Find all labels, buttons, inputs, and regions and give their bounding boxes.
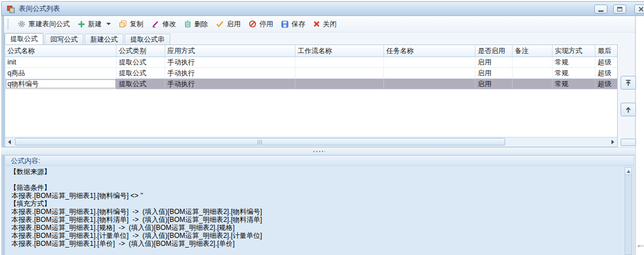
column-header-apply-mode[interactable]: 应用方式	[165, 45, 295, 56]
window-form-icon	[7, 5, 15, 13]
save-label: 保存	[291, 19, 305, 29]
trash-icon	[184, 20, 191, 28]
copy-button[interactable]: 复制	[115, 18, 147, 31]
save-button[interactable]: 保存	[277, 18, 309, 31]
move-down-icon	[625, 139, 632, 146]
formula-line: 本报表.[BOM运算_明细表1].[计量单位] -> (填入值)[BOM运算_明…	[10, 232, 634, 240]
table-cell: 超级	[595, 68, 617, 78]
toolbar: 重建表间公式 新建 复制 修改 删除	[4, 16, 635, 33]
column-header-task-name[interactable]: 任务名称	[384, 45, 475, 56]
column-header-formula-name[interactable]: 公式名称	[5, 45, 117, 56]
column-header-formula-type[interactable]: 公式类别	[117, 45, 165, 56]
window-title: 表间公式列表	[19, 2, 60, 16]
scroll-up-button[interactable]	[625, 168, 631, 175]
window-right-edge	[635, 16, 636, 255]
table-cell: q商品	[5, 68, 117, 78]
enable-button[interactable]: 启用	[212, 18, 245, 31]
table-cell: init	[5, 57, 117, 67]
copy-icon	[119, 20, 127, 28]
move-to-top-icon	[625, 79, 632, 87]
table-row-selected[interactable]: q物料编号 提取公式 手动执行 启用 常规 超级	[5, 79, 617, 90]
formula-line: 本报表.[BOM运算_明细表1].[规格] -> (填入值)[BOM运算_明细表…	[10, 224, 634, 232]
formula-line: 本报表.[BOM运算_明细表1].[物料清单] -> (填入值)[BOM运算_明…	[10, 216, 634, 224]
column-header-remark[interactable]: 备注	[513, 45, 553, 56]
focused-cell[interactable]: q物料编号	[5, 79, 117, 89]
delete-label: 删除	[194, 19, 208, 29]
move-up-button[interactable]	[621, 103, 636, 116]
table-cell: 超级	[595, 57, 617, 67]
save-icon	[281, 21, 289, 28]
copy-label: 复制	[130, 19, 143, 29]
formula-line: 【数据来源】	[10, 168, 634, 176]
disable-label: 停用	[259, 19, 273, 29]
toolbar-grip[interactable]	[7, 19, 10, 29]
table-row[interactable]: init 提取公式 手动执行 启用 常规 超级	[5, 57, 617, 68]
formula-table: 公式名称 公式类别 应用方式 工作流名称 任务名称 是否启用 备注 实现方式 最…	[5, 44, 618, 147]
table-cell	[513, 79, 553, 89]
new-label: 新建	[88, 19, 102, 29]
formula-content-header: 公式内容:	[5, 155, 634, 166]
table-cell: 常规	[553, 79, 595, 89]
close-x-icon	[313, 21, 320, 27]
table-cell: 手动执行	[165, 79, 295, 89]
disable-button[interactable]: 停用	[245, 18, 277, 31]
table-cell	[295, 79, 384, 89]
move-down-button[interactable]	[621, 139, 636, 146]
horizontal-scrollbar[interactable]	[5, 137, 617, 147]
column-header-impl-mode[interactable]: 实现方式	[553, 45, 595, 56]
maximize-button[interactable]	[613, 5, 626, 14]
formula-content-area: 【数据来源】 【筛选条件】 本报表.[BOM运算_明细表1].[物料编号] <>…	[5, 166, 634, 255]
table-cell: 手动执行	[165, 57, 295, 67]
table-cell: 提取公式	[117, 79, 165, 89]
table-cell: 启用	[475, 57, 513, 67]
delete-button[interactable]: 删除	[180, 18, 212, 31]
scroll-right-icon[interactable]	[611, 140, 614, 144]
move-up-icon	[625, 106, 632, 114]
vertical-scrollbar[interactable]	[625, 167, 632, 255]
maximize-restore-icon	[617, 7, 622, 11]
close-button[interactable]	[634, 5, 644, 14]
modify-label: 修改	[162, 19, 176, 29]
move-to-top-button[interactable]	[621, 76, 636, 90]
tab-extract-formula[interactable]: 提取公式	[5, 33, 43, 44]
table-cell: 常规	[553, 57, 595, 67]
chevron-down-icon[interactable]	[106, 23, 111, 25]
table-cell: 超级	[595, 79, 617, 89]
column-header-last-modified[interactable]: 最后	[595, 45, 617, 56]
table-cell	[384, 79, 475, 89]
table-cell	[384, 57, 475, 67]
pencil-icon	[151, 20, 159, 28]
splitter-grip-icon	[313, 151, 325, 152]
new-button[interactable]: 新建	[74, 18, 115, 31]
close-icon	[638, 6, 644, 12]
tab-new-formula[interactable]: 新建公式	[85, 34, 123, 44]
modify-button[interactable]: 修改	[147, 18, 180, 31]
tab-extract-formula-string[interactable]: 提取公式串	[125, 34, 170, 44]
formula-line: 【填充方式】	[10, 200, 634, 208]
table-cell	[513, 68, 553, 78]
minimize-icon	[598, 10, 603, 12]
column-header-enabled[interactable]: 是否启用	[475, 45, 513, 56]
column-header-workflow-name[interactable]: 工作流名称	[295, 45, 384, 56]
scroll-left-icon[interactable]	[8, 140, 11, 144]
rebuild-formula-button[interactable]: 重建表间公式	[14, 18, 74, 31]
tab-writeback-formula[interactable]: 回写公式	[45, 34, 83, 44]
panel-splitter[interactable]	[1, 147, 635, 155]
formula-line: 本报表.[BOM运算_明细表1].[单价] -> (填入值)[BOM运算_明细表…	[10, 240, 634, 248]
table-cell	[295, 68, 384, 78]
minimize-button[interactable]	[594, 5, 607, 14]
window-titlebar[interactable]: 表间公式列表	[1, 1, 644, 16]
table-cell: 常规	[553, 68, 595, 78]
table-row[interactable]: q商品 提取公式 手动执行 启用 常规 超级	[5, 68, 617, 79]
close-window-label: 关闭	[323, 19, 337, 29]
tab-strip: 提取公式 回写公式 新建公式 提取公式串	[5, 33, 635, 44]
formula-line	[10, 176, 634, 184]
formula-line: 本报表.[BOM运算_明细表1].[物料编号] <> ''	[10, 192, 634, 200]
scrollbar-thumb[interactable]	[15, 138, 505, 145]
scroll-up-icon	[627, 170, 630, 173]
close-window-button[interactable]: 关闭	[309, 18, 341, 31]
back-arrow-icon[interactable]: ←	[635, 238, 644, 250]
check-icon	[216, 21, 224, 27]
no-entry-icon	[249, 20, 257, 28]
table-cell: 启用	[475, 68, 513, 78]
